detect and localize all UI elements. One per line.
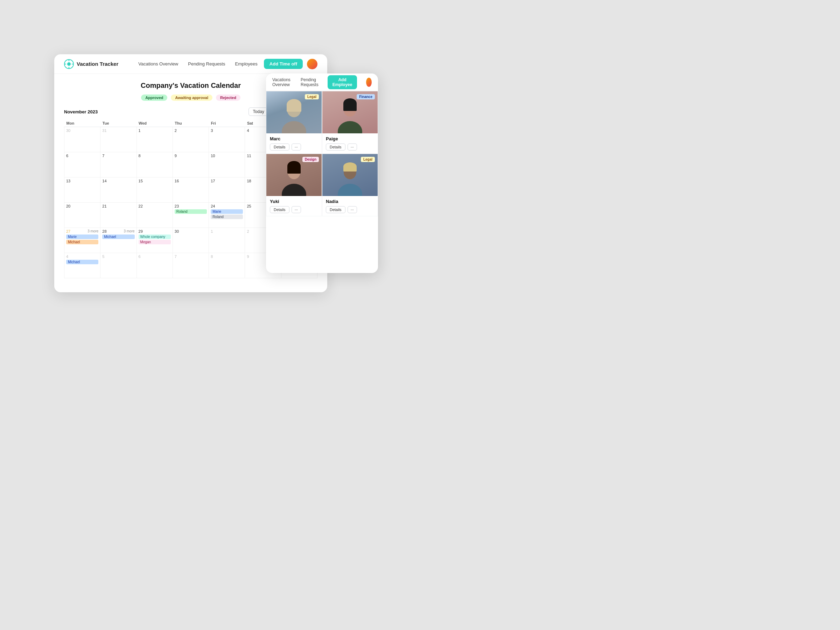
svg-rect-13 — [343, 103, 357, 111]
calendar-day: 9 — [172, 152, 208, 177]
details-button-nadia[interactable]: Details — [326, 206, 346, 213]
add-employee-button[interactable]: Add Employee — [328, 75, 357, 89]
svg-point-7 — [282, 121, 306, 133]
calendar-day: 1 — [209, 228, 245, 253]
employee-actions-nadia: Details ··· — [326, 206, 374, 213]
svg-rect-17 — [287, 166, 301, 174]
dept-badge-nadia: Legal — [361, 157, 375, 162]
calendar-day: 1 — [136, 127, 172, 152]
more-button-nadia[interactable]: ··· — [347, 206, 357, 213]
event-bar: Marie — [211, 209, 243, 214]
legend-approved: Approved — [141, 95, 167, 101]
person-silhouette — [280, 98, 308, 133]
calendar-day: 7 — [101, 152, 136, 177]
calendar-day: 2 — [172, 127, 208, 152]
event-bar: Roland — [211, 215, 243, 219]
details-button-yuki[interactable]: Details — [270, 206, 289, 213]
calendar-day: 10 — [209, 152, 245, 177]
employee-card-nadia: Legal Nadia Details ··· — [322, 154, 378, 216]
calendar-day: 8 — [136, 152, 172, 177]
employee-info-marc: Marc Details ··· — [266, 133, 322, 153]
add-time-button[interactable]: Add Time off — [264, 59, 303, 69]
employee-card-yuki: Design Yuki Details ··· — [266, 154, 322, 216]
calendar-day: 22 — [136, 203, 172, 228]
col-tue: Tue — [101, 120, 136, 127]
employee-actions-paige: Details ··· — [326, 144, 374, 150]
calendar-day: 31 — [101, 127, 136, 152]
details-button-paige[interactable]: Details — [326, 144, 346, 150]
calendar-day: 24 Marie Roland — [209, 203, 245, 228]
svg-rect-21 — [343, 167, 357, 172]
employee-actions-marc: Details ··· — [270, 144, 318, 150]
dept-badge-yuki: Design — [302, 157, 319, 162]
employees-card: Vacations Overview Pending Requests Add … — [266, 74, 378, 273]
avatar — [307, 59, 317, 69]
event-bar: Roland — [175, 209, 207, 214]
calendar-day: 15 — [136, 177, 172, 203]
event-bar: Michael — [66, 260, 98, 264]
calendar-day: 20 — [65, 203, 101, 228]
more-button-yuki[interactable]: ··· — [292, 206, 301, 213]
calendar-day: 30 — [65, 127, 101, 152]
month-label: November 2023 — [64, 109, 98, 114]
employee-name-nadia: Nadia — [326, 199, 374, 204]
col-thu: Thu — [172, 120, 208, 127]
nav-links: Vacations Overview Pending Requests Empl… — [138, 61, 257, 66]
logo-icon — [64, 59, 74, 69]
calendar-day: 5 — [101, 253, 136, 278]
calendar-day: 8 — [209, 253, 245, 278]
event-bar: Michael — [102, 235, 134, 239]
legend-awaiting: Awaiting approval — [171, 95, 212, 101]
calendar-day: 27 3 more Marie Michael — [65, 228, 101, 253]
emp-nav-vacations[interactable]: Vacations Overview — [272, 77, 294, 87]
calendar-day: 30 — [172, 228, 208, 253]
calendar-day: 21 — [101, 203, 136, 228]
svg-point-19 — [338, 184, 362, 196]
legend-rejected: Rejected — [216, 95, 240, 101]
more-button-paige[interactable]: ··· — [347, 144, 357, 150]
person-silhouette — [280, 161, 308, 196]
svg-point-15 — [282, 184, 306, 196]
calendar-day: 23 Roland — [172, 203, 208, 228]
col-fri: Fri — [209, 120, 245, 127]
emp-nav-pending[interactable]: Pending Requests — [301, 77, 321, 87]
nav-vacations-overview[interactable]: Vacations Overview — [138, 61, 178, 66]
employee-actions-yuki: Details ··· — [270, 206, 318, 213]
nav-pending-requests[interactable]: Pending Requests — [188, 61, 225, 66]
employee-name-marc: Marc — [270, 136, 318, 141]
calendar-day: 6 — [65, 152, 101, 177]
calendar-day: 14 — [101, 177, 136, 203]
calendar-day: 16 — [172, 177, 208, 203]
event-bar: Megan — [139, 240, 171, 244]
event-bar: Michael — [66, 240, 98, 244]
employee-info-paige: Paige Details ··· — [322, 133, 377, 153]
calendar-day: 4 Michael — [65, 253, 101, 278]
col-mon: Mon — [65, 120, 101, 127]
dept-badge-marc: Legal — [305, 94, 319, 99]
employee-name-yuki: Yuki — [270, 199, 318, 204]
employee-name-paige: Paige — [326, 136, 374, 141]
event-bar: Marie — [66, 235, 98, 239]
person-silhouette — [336, 98, 364, 133]
emp-avatar — [366, 78, 372, 87]
employee-grid: Legal Marc Details ··· Finance — [266, 91, 378, 216]
calendar-navbar: Vacation Tracker Vacations Overview Pend… — [54, 54, 327, 74]
employee-info-nadia: Nadia Details ··· — [322, 196, 377, 216]
svg-point-1 — [67, 62, 71, 66]
calendar-day: 13 — [65, 177, 101, 203]
calendar-day: 6 — [136, 253, 172, 278]
nav-employees[interactable]: Employees — [235, 61, 257, 66]
more-button-marc[interactable]: ··· — [292, 144, 301, 150]
details-button-marc[interactable]: Details — [270, 144, 289, 150]
calendar-day: 3 — [209, 127, 245, 152]
event-bar: Whole company — [139, 235, 171, 239]
employees-navbar: Vacations Overview Pending Requests Add … — [266, 74, 378, 91]
today-button[interactable]: Today — [248, 107, 269, 116]
calendar-day: 29 Whole company Megan — [136, 228, 172, 253]
dept-badge-paige: Finance — [357, 94, 375, 99]
col-wed: Wed — [136, 120, 172, 127]
employee-card-marc: Legal Marc Details ··· — [266, 91, 322, 154]
calendar-day: 7 — [172, 253, 208, 278]
app-logo: Vacation Tracker — [64, 59, 118, 69]
employee-card-paige: Finance Paige Details ··· — [322, 91, 378, 154]
